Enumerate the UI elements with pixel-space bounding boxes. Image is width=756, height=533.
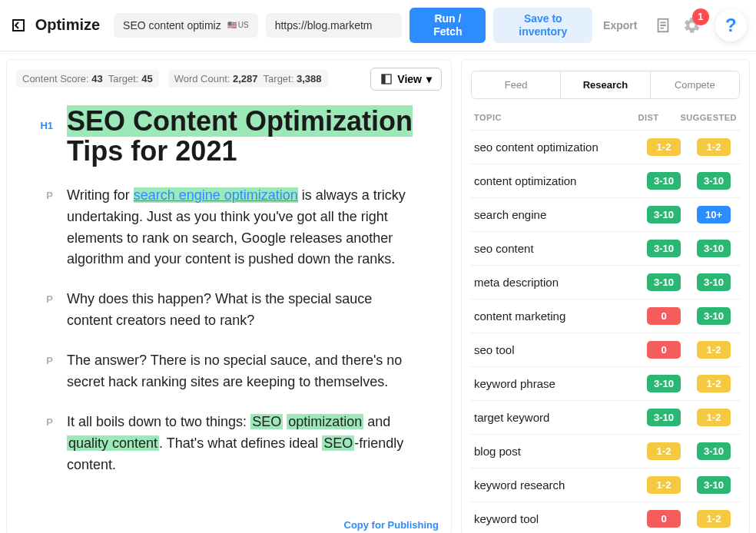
view-icon — [380, 73, 393, 85]
dist-pill: 0 — [647, 307, 681, 325]
p-block: P The answer? There is no special sauce,… — [7, 350, 420, 393]
topbar: Optimize SEO content optimiz 🇺🇸US https:… — [0, 0, 756, 51]
p-block: P Writing for search engine optimization… — [7, 185, 420, 271]
topic-row[interactable]: content marketing03-10 — [471, 299, 740, 333]
word-count-stat: Word Count: 2,287 Target: 3,388 — [168, 70, 328, 88]
content-score-stat: Content Score: 43 Target: 45 — [16, 70, 159, 88]
dist-cell: 0 — [637, 341, 691, 359]
p-text[interactable]: The answer? There is no special sauce, a… — [67, 350, 420, 393]
topic-name: target keyword — [474, 411, 637, 424]
p-tag: P — [7, 289, 53, 305]
locale-flag: 🇺🇸US — [227, 21, 249, 29]
view-dropdown[interactable]: View ▾ — [370, 68, 442, 91]
topic-row[interactable]: keyword phrase3-101-2 — [471, 366, 740, 400]
sugg-cell: 3-10 — [691, 172, 737, 190]
suggested-pill: 1-2 — [697, 375, 731, 392]
topic-row[interactable]: search engine3-1010+ — [471, 197, 740, 231]
h1-text[interactable]: SEO Content Optimization Tips for 2021 — [67, 106, 420, 167]
dist-pill: 3-10 — [647, 273, 681, 291]
document-body[interactable]: H1 SEO Content Optimization Tips for 202… — [7, 98, 451, 490]
run-fetch-button[interactable]: Run / Fetch — [410, 8, 486, 43]
tab-compete[interactable]: Compete — [650, 71, 739, 98]
topic-name: keyword tool — [474, 512, 637, 525]
suggested-pill: 3-10 — [697, 442, 731, 460]
topic-name: meta description — [474, 276, 637, 289]
sugg-cell: 3-10 — [691, 307, 737, 325]
app-title: Optimize — [35, 16, 100, 34]
p-block: P Why does this happen? What is the spec… — [7, 289, 420, 332]
settings-gear-icon[interactable]: 1 — [681, 15, 703, 36]
topic-row[interactable]: seo content3-103-10 — [471, 231, 740, 265]
save-inventory-button[interactable]: Save to inventory — [493, 8, 592, 43]
keyword-input[interactable]: SEO content optimiz 🇺🇸US — [114, 13, 258, 38]
dist-pill: 1-2 — [647, 476, 681, 494]
topic-row[interactable]: content optimization3-103-10 — [471, 164, 740, 197]
sugg-cell: 1-2 — [691, 138, 737, 156]
topic-name: content optimization — [474, 174, 637, 187]
topic-row[interactable]: keyword research1-23-10 — [471, 468, 740, 502]
topic-row[interactable]: meta description3-103-10 — [471, 265, 740, 299]
notification-badge: 1 — [692, 8, 709, 25]
tab-feed[interactable]: Feed — [472, 71, 560, 98]
topic-name: seo content — [474, 242, 637, 255]
p-text[interactable]: It all boils down to two things: SEO opt… — [67, 412, 420, 476]
suggested-pill: 1-2 — [697, 510, 731, 528]
chevron-down-icon: ▾ — [426, 73, 432, 85]
topic-list: seo content optimization1-21-2content op… — [471, 130, 740, 533]
col-topic: TOPIC — [474, 113, 622, 122]
sugg-cell: 1-2 — [691, 341, 737, 359]
svg-rect-3 — [382, 74, 386, 84]
copy-for-publishing-link[interactable]: Copy for Publishing — [344, 519, 439, 531]
sidebar-column: Feed Research Compete TOPIC DIST SUGGEST… — [461, 59, 750, 533]
p-tag: P — [7, 350, 53, 366]
sugg-cell: 3-10 — [691, 442, 737, 460]
sugg-cell: 1-2 — [691, 375, 737, 392]
suggested-pill: 1-2 — [697, 409, 731, 426]
h1-tag: H1 — [7, 106, 53, 131]
dist-cell: 0 — [637, 307, 691, 325]
topic-row[interactable]: seo content optimization1-21-2 — [471, 130, 740, 164]
suggested-pill: 3-10 — [697, 273, 731, 291]
suggested-pill: 3-10 — [697, 476, 731, 494]
dist-pill: 1-2 — [647, 138, 681, 156]
topic-name: content marketing — [474, 310, 637, 323]
dist-pill: 3-10 — [647, 375, 681, 392]
sidebar-tabs: Feed Research Compete — [471, 71, 740, 99]
dist-cell: 1-2 — [637, 476, 691, 494]
url-input[interactable]: https://blog.marketm — [266, 13, 403, 38]
topic-name: blog post — [474, 445, 637, 458]
dist-pill: 3-10 — [647, 172, 681, 190]
suggested-pill: 3-10 — [697, 307, 731, 325]
dist-cell: 1-2 — [637, 442, 691, 460]
main-area: Content Score: 43 Target: 45 Word Count:… — [0, 51, 756, 533]
topic-row[interactable]: keyword tool01-2 — [471, 502, 740, 533]
p-tag: P — [7, 185, 53, 201]
dist-cell: 0 — [637, 510, 691, 528]
dist-pill: 3-10 — [647, 240, 681, 257]
topic-row[interactable]: blog post1-23-10 — [471, 434, 740, 468]
help-button[interactable]: ? — [715, 9, 747, 41]
dist-cell: 3-10 — [637, 273, 691, 291]
dist-pill: 3-10 — [647, 206, 681, 223]
dist-pill: 0 — [647, 341, 681, 359]
sugg-cell: 10+ — [691, 206, 737, 223]
suggested-pill: 1-2 — [697, 341, 731, 359]
p-tag: P — [7, 412, 53, 428]
col-dist: DIST — [622, 113, 675, 122]
p-text[interactable]: Writing for search engine optimization i… — [67, 185, 420, 271]
p-block: P It all boils down to two things: SEO o… — [7, 412, 420, 476]
p-text[interactable]: Why does this happen? What is the specia… — [67, 289, 420, 332]
dist-cell: 3-10 — [637, 172, 691, 190]
dist-pill: 0 — [647, 510, 681, 528]
topic-row[interactable]: seo tool01-2 — [471, 333, 740, 366]
tab-research[interactable]: Research — [560, 71, 649, 98]
app-logo-icon — [9, 16, 28, 35]
topic-name: keyword research — [474, 478, 637, 492]
sugg-cell: 1-2 — [691, 510, 737, 528]
export-link[interactable]: Export — [603, 19, 637, 31]
topic-row[interactable]: target keyword3-101-2 — [471, 400, 740, 434]
dist-cell: 1-2 — [637, 138, 691, 156]
seo-link[interactable]: search engine optimization — [134, 187, 298, 203]
sugg-cell: 3-10 — [691, 476, 737, 494]
document-icon[interactable] — [652, 15, 674, 36]
